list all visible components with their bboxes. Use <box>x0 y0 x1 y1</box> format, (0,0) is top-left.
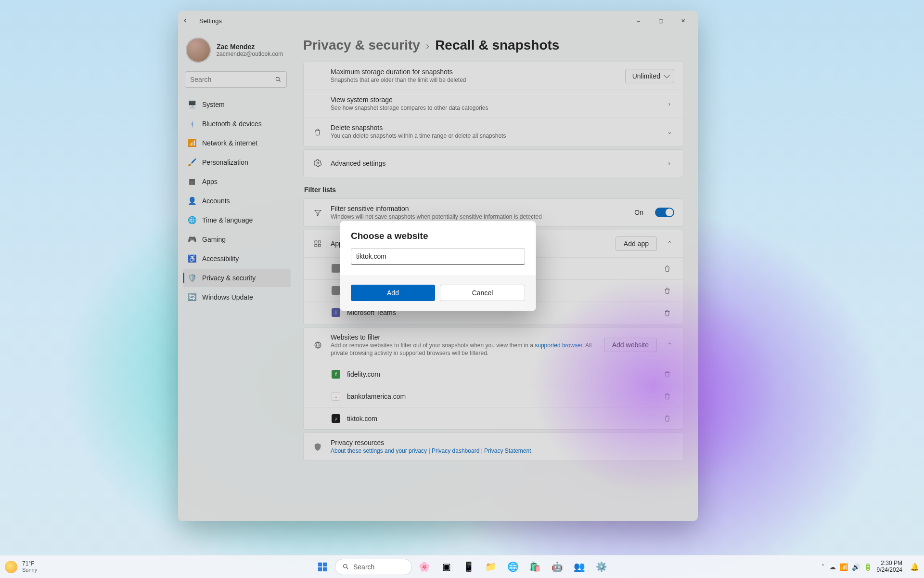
svg-rect-10 <box>323 567 327 571</box>
volume-icon[interactable]: 🔊 <box>852 563 860 571</box>
delete-website-button[interactable] <box>664 415 674 422</box>
svg-point-11 <box>344 565 347 568</box>
taskbar-search[interactable]: Search <box>335 559 412 575</box>
start-button[interactable] <box>313 557 332 577</box>
settings-window: Settings – ▢ ✕ Zac Mendez zacmendez@outl… <box>178 11 698 521</box>
delete-app-button[interactable] <box>664 265 674 272</box>
taskbar: 71°F Sunny Search 🌸 ▣ 📱 📁 🌐 🛍️ 🤖 👥 ⚙️ ˄ … <box>0 555 924 578</box>
battery-icon[interactable]: 🔋 <box>864 563 872 571</box>
svg-rect-9 <box>318 567 322 571</box>
delete-app-button[interactable] <box>664 309 674 316</box>
copilot-icon[interactable]: 🌸 <box>415 557 434 577</box>
delete-website-button[interactable] <box>664 370 674 378</box>
website-url-input[interactable]: tiktok.com <box>351 248 525 265</box>
choose-website-dialog: Choose a website tiktok.com Add Cancel <box>340 221 536 311</box>
copilot-app-icon[interactable]: 🤖 <box>548 557 567 577</box>
add-app-button[interactable]: Add app <box>616 236 657 251</box>
notifications-icon[interactable]: 🔔 <box>910 563 919 571</box>
cancel-button[interactable]: Cancel <box>440 285 525 301</box>
taskbar-center: Search 🌸 ▣ 📱 📁 🌐 🛍️ 🤖 👥 ⚙️ <box>313 557 611 577</box>
file-explorer-icon[interactable]: 📁 <box>481 557 500 577</box>
teams-icon[interactable]: 👥 <box>570 557 589 577</box>
tray-chevron-icon[interactable]: ˄ <box>821 564 824 570</box>
onedrive-icon[interactable]: ☁ <box>829 563 836 571</box>
settings-icon[interactable]: ⚙️ <box>592 557 611 577</box>
delete-app-button[interactable] <box>664 287 674 294</box>
sun-icon <box>5 561 17 573</box>
system-tray: ˄ ☁ 📶 🔊 🔋 2:30 PM 9/24/2024 🔔 <box>821 560 919 574</box>
chevron-up-icon[interactable]: ⌃ <box>665 240 674 247</box>
supported-browser-link[interactable]: supported browser <box>535 342 582 349</box>
edge-icon[interactable]: 🌐 <box>503 557 523 577</box>
delete-website-button[interactable] <box>664 393 674 400</box>
svg-rect-8 <box>323 562 327 566</box>
dialog-title: Choose a website <box>340 221 536 248</box>
add-website-button[interactable]: Add website <box>604 338 657 352</box>
add-button[interactable]: Add <box>351 285 435 301</box>
svg-rect-7 <box>318 562 322 566</box>
privacy-link-statement[interactable]: Privacy Statement <box>484 447 531 454</box>
store-icon[interactable]: 🛍️ <box>526 557 545 577</box>
network-tray-icon[interactable]: 📶 <box>840 563 848 571</box>
chevron-up-icon[interactable]: ⌃ <box>665 342 674 349</box>
weather-widget[interactable]: 71°F Sunny <box>5 561 37 573</box>
task-view-icon[interactable]: ▣ <box>437 557 456 577</box>
phone-link-icon[interactable]: 📱 <box>459 557 478 577</box>
clock[interactable]: 2:30 PM 9/24/2024 <box>877 560 902 574</box>
